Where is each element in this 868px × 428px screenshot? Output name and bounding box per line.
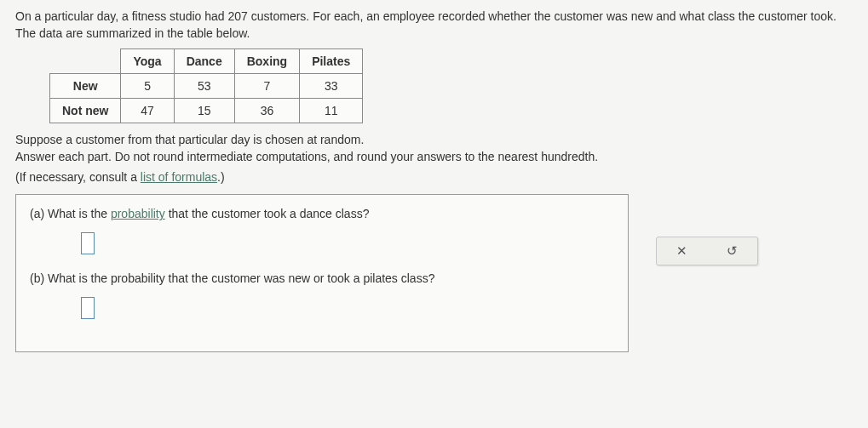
- suppose-line1: Suppose a customer from that particular …: [15, 133, 364, 146]
- answer-input-b[interactable]: [81, 297, 95, 319]
- table-row: New 5 53 7 33: [50, 74, 363, 99]
- table-corner: [50, 49, 121, 74]
- cell: 15: [174, 99, 234, 123]
- formulas-line: (If necessary, consult a list of formula…: [15, 170, 853, 184]
- suppose-line2: Answer each part. Do not round intermedi…: [15, 150, 598, 163]
- cell: 36: [234, 99, 299, 123]
- problem-container: On a particular day, a fitness studio ha…: [15, 9, 853, 352]
- question-a: (a) What is the probability that the cus…: [30, 207, 614, 263]
- question-b-label: (b) What is the probability that the cus…: [30, 271, 614, 285]
- intro-text: On a particular day, a fitness studio ha…: [15, 9, 853, 42]
- qa-a-suffix: that the customer took a dance class?: [165, 207, 370, 220]
- cell: 11: [300, 99, 363, 123]
- row-notnew-label: Not new: [50, 99, 121, 123]
- qa-a-prefix: (a) What is the: [30, 207, 111, 220]
- col-pilates: Pilates: [300, 49, 363, 74]
- cell: 53: [174, 74, 234, 99]
- formulas-prefix: (If necessary, consult a: [15, 170, 141, 184]
- answer-input-a[interactable]: [81, 232, 95, 254]
- cell: 5: [121, 74, 174, 99]
- formulas-suffix: .): [217, 170, 225, 184]
- row-new-label: New: [50, 74, 121, 99]
- reset-button[interactable]: ↺: [718, 240, 746, 262]
- suppose-text: Suppose a customer from that particular …: [15, 132, 853, 165]
- data-table: Yoga Dance Boxing Pilates New 5 53 7 33 …: [49, 49, 363, 123]
- formulas-link[interactable]: list of formulas: [141, 170, 217, 184]
- table-header-row: Yoga Dance Boxing Pilates: [50, 49, 363, 74]
- question-b: (b) What is the probability that the cus…: [30, 271, 614, 328]
- close-icon: ✕: [676, 243, 687, 258]
- question-box: (a) What is the probability that the cus…: [15, 194, 629, 352]
- col-boxing: Boxing: [234, 49, 299, 74]
- question-a-label: (a) What is the probability that the cus…: [30, 207, 614, 220]
- col-yoga: Yoga: [121, 49, 174, 74]
- probability-link[interactable]: probability: [111, 207, 165, 220]
- col-dance: Dance: [174, 49, 234, 74]
- intro-part1: On a particular day, a fitness studio ha…: [15, 9, 228, 23]
- cell: 33: [300, 74, 363, 99]
- intro-count: 207: [228, 9, 248, 23]
- reset-icon: ↺: [727, 243, 738, 258]
- table-row: Not new 47 15 36 11: [50, 99, 363, 123]
- cell: 7: [234, 74, 299, 99]
- control-panel: ✕ ↺: [656, 237, 758, 265]
- cell: 47: [121, 99, 174, 123]
- close-button[interactable]: ✕: [668, 240, 696, 262]
